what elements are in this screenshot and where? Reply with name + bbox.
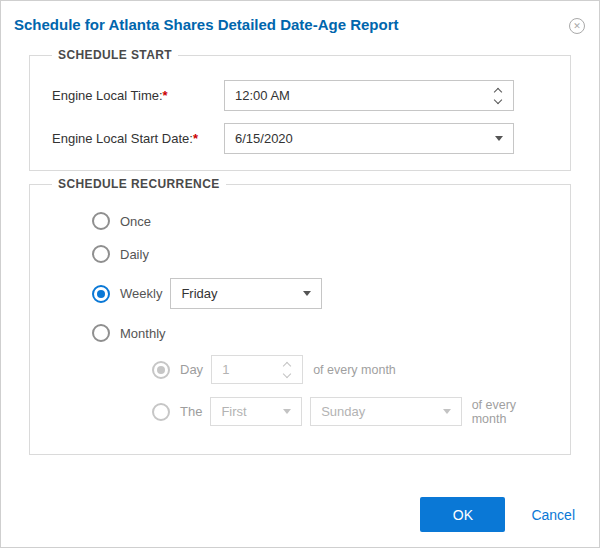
monthly-day-option: Day 1 of every month bbox=[152, 355, 554, 384]
dialog-header: Schedule for Atlanta Shares Detailed Dat… bbox=[1, 1, 599, 42]
engine-local-time-row: Engine Local Time:* 12:00 AM bbox=[52, 80, 554, 111]
monthly-ordinal-dropdown[interactable]: First bbox=[210, 397, 302, 426]
stepper-up-icon[interactable] bbox=[494, 87, 502, 95]
radio-dot bbox=[97, 290, 105, 298]
monthly-label: Monthly bbox=[120, 326, 166, 341]
monthly-the-label: The bbox=[180, 404, 202, 419]
chevron-down-icon bbox=[283, 409, 291, 414]
once-radio[interactable] bbox=[92, 212, 110, 230]
required-asterisk: * bbox=[163, 88, 168, 103]
stepper-up-icon bbox=[283, 361, 291, 369]
engine-local-start-date-row: Engine Local Start Date:* 6/15/2020 bbox=[52, 123, 554, 154]
once-label: Once bbox=[120, 214, 151, 229]
monthly-weekday-value: Sunday bbox=[321, 404, 365, 419]
schedule-start-section: SCHEDULE START Engine Local Time:* 12:00… bbox=[29, 48, 571, 171]
engine-local-start-date-dropdown[interactable]: 6/15/2020 bbox=[224, 123, 514, 154]
monthly-the-option: The First Sunday of every month bbox=[152, 397, 554, 426]
daily-radio[interactable] bbox=[92, 245, 110, 263]
chevron-down-icon bbox=[303, 291, 311, 296]
engine-local-start-date-label-text: Engine Local Start Date: bbox=[52, 131, 193, 146]
monthly-the-radio[interactable] bbox=[152, 403, 170, 421]
recurrence-option-once[interactable]: Once bbox=[92, 212, 554, 230]
schedule-recurrence-legend: SCHEDULE RECURRENCE bbox=[52, 177, 226, 191]
radio-dot bbox=[157, 366, 165, 374]
recurrence-option-daily[interactable]: Daily bbox=[92, 245, 554, 263]
cancel-link[interactable]: Cancel bbox=[531, 507, 575, 523]
monthly-day-radio[interactable] bbox=[152, 361, 170, 379]
radio-dot bbox=[97, 329, 105, 337]
monthly-day-number-value: 1 bbox=[222, 362, 229, 377]
monthly-radio[interactable] bbox=[92, 324, 110, 342]
weekly-day-value: Friday bbox=[181, 286, 217, 301]
monthly-the-suffix: of every month bbox=[472, 398, 554, 426]
monthly-weekday-dropdown[interactable]: Sunday bbox=[310, 397, 462, 426]
radio-dot bbox=[97, 217, 105, 225]
stepper-icon bbox=[284, 363, 292, 377]
schedule-start-legend: SCHEDULE START bbox=[52, 48, 178, 62]
radio-dot bbox=[97, 250, 105, 258]
engine-local-time-value: 12:00 AM bbox=[235, 88, 290, 103]
engine-local-start-date-value: 6/15/2020 bbox=[235, 131, 293, 146]
radio-dot bbox=[157, 408, 165, 416]
time-stepper-icon[interactable] bbox=[495, 89, 503, 103]
engine-local-start-date-label: Engine Local Start Date:* bbox=[52, 131, 224, 146]
weekly-label: Weekly bbox=[120, 286, 162, 301]
engine-local-time-label: Engine Local Time:* bbox=[52, 88, 224, 103]
chevron-down-icon bbox=[443, 409, 451, 414]
close-icon[interactable]: ✕ bbox=[569, 18, 585, 34]
monthly-day-suffix: of every month bbox=[313, 363, 396, 377]
schedule-recurrence-section: SCHEDULE RECURRENCE Once Daily Weekly Fr… bbox=[29, 177, 571, 455]
stepper-down-icon[interactable] bbox=[494, 95, 502, 103]
dialog-title: Schedule for Atlanta Shares Detailed Dat… bbox=[14, 16, 399, 33]
monthly-day-number-stepper[interactable]: 1 bbox=[211, 355, 303, 384]
monthly-day-label: Day bbox=[180, 362, 203, 377]
weekly-radio[interactable] bbox=[92, 285, 110, 303]
ok-button[interactable]: OK bbox=[420, 497, 505, 532]
required-asterisk: * bbox=[193, 131, 198, 146]
engine-local-time-label-text: Engine Local Time: bbox=[52, 88, 163, 103]
recurrence-option-weekly[interactable]: Weekly Friday bbox=[92, 278, 554, 309]
monthly-ordinal-value: First bbox=[221, 404, 246, 419]
weekly-day-dropdown[interactable]: Friday bbox=[170, 278, 322, 309]
stepper-down-icon bbox=[283, 369, 291, 377]
chevron-down-icon bbox=[495, 136, 503, 141]
schedule-dialog: Schedule for Atlanta Shares Detailed Dat… bbox=[0, 0, 600, 548]
dialog-footer: OK Cancel bbox=[420, 497, 575, 532]
engine-local-time-input[interactable]: 12:00 AM bbox=[224, 80, 514, 111]
recurrence-option-monthly[interactable]: Monthly bbox=[92, 324, 554, 342]
daily-label: Daily bbox=[120, 247, 149, 262]
